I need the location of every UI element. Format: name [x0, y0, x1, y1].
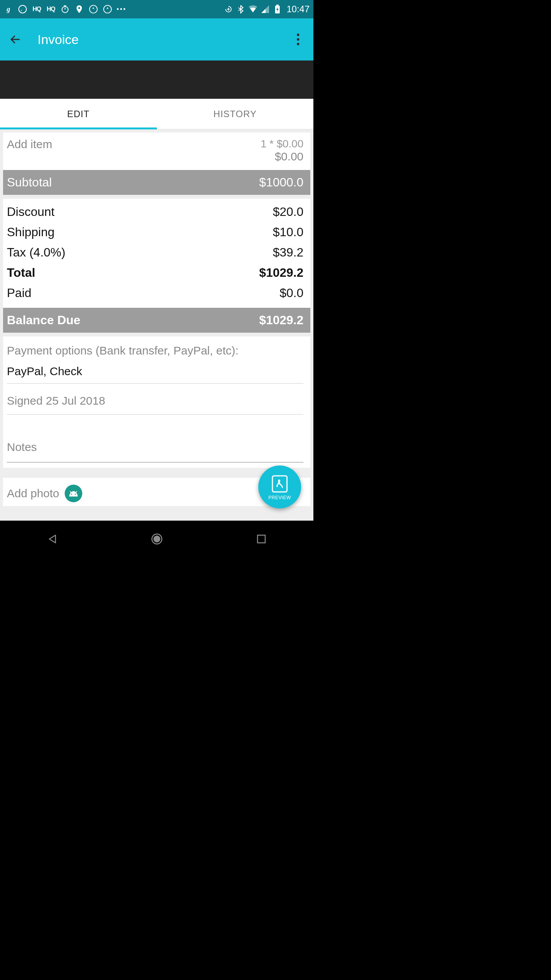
app-bar: Invoice [0, 18, 313, 60]
svg-line-17 [76, 491, 77, 493]
app-g-icon: g [4, 5, 13, 14]
whatsapp-icon [18, 5, 27, 14]
more-notifications-icon: ••• [117, 5, 126, 14]
tab-bar: EDIT HISTORY [0, 99, 313, 129]
add-item-row[interactable]: Add item 1 * $0.00 $0.00 [3, 132, 310, 170]
details-card: Discount $20.0 Shipping $10.0 Tax (4.0%)… [3, 199, 310, 308]
preview-fab[interactable]: PREVIEW [258, 466, 301, 508]
hq-icon-1: HQ [32, 5, 41, 14]
tax-label: Tax (4.0%) [7, 245, 65, 260]
balance-due-value: $1029.2 [259, 313, 303, 327]
shipping-label: Shipping [7, 225, 55, 239]
subtotal-label: Subtotal [7, 175, 52, 189]
flame-circle-icon-2 [103, 5, 112, 14]
payment-signed-card: Payment options (Bank transfer, PayPal, … [3, 336, 310, 418]
status-right-icons: 10:47 [224, 4, 310, 15]
wifi-icon [248, 5, 258, 14]
back-button[interactable] [8, 32, 23, 47]
location-icon [75, 5, 84, 14]
subtotal-value: $1000.0 [259, 175, 303, 189]
svg-rect-10 [276, 5, 279, 6]
svg-point-11 [297, 34, 299, 36]
total-value: $1029.2 [259, 266, 303, 280]
balance-due-label: Balance Due [7, 313, 80, 327]
payment-options-label: Payment options (Bank transfer, PayPal, … [7, 344, 303, 357]
add-item-label: Add item [7, 138, 52, 163]
payment-options-value[interactable]: PayPal, Check [7, 365, 303, 384]
svg-point-6 [104, 5, 111, 13]
balance-due-row: Balance Due $1029.2 [3, 308, 310, 333]
discount-value: $20.0 [273, 205, 303, 219]
status-left-icons: g HQ HQ ••• [4, 5, 126, 14]
content-scroll[interactable]: Add item 1 * $0.00 $0.00 Subtotal $1000.… [0, 129, 313, 521]
discount-row[interactable]: Discount $20.0 [7, 202, 303, 222]
paid-row[interactable]: Paid $0.0 [7, 283, 303, 303]
status-time: 10:47 [287, 4, 310, 15]
stopwatch-icon [60, 5, 70, 14]
nav-back-button[interactable] [41, 528, 64, 550]
pdf-icon [269, 474, 290, 494]
svg-point-20 [153, 536, 160, 542]
svg-point-14 [71, 493, 72, 495]
hq-icon-2: HQ [46, 5, 55, 14]
overflow-menu-button[interactable] [290, 32, 306, 47]
discount-label: Discount [7, 205, 55, 219]
paid-value: $0.0 [280, 286, 303, 300]
add-photo-label: Add photo [7, 487, 59, 500]
notes-card: Notes [3, 418, 310, 468]
svg-point-5 [90, 5, 97, 13]
svg-point-0 [19, 5, 26, 13]
svg-point-4 [78, 7, 80, 9]
svg-line-16 [70, 491, 71, 493]
preview-fab-label: PREVIEW [269, 495, 291, 500]
svg-point-15 [75, 493, 76, 495]
header-strip [0, 60, 313, 99]
nav-recents-button[interactable] [250, 528, 273, 550]
nav-home-button[interactable] [145, 528, 168, 550]
tax-value: $39.2 [273, 245, 303, 260]
tax-row[interactable]: Tax (4.0%) $39.2 [7, 242, 303, 263]
shipping-row[interactable]: Shipping $10.0 [7, 222, 303, 242]
tab-history[interactable]: HISTORY [157, 99, 314, 129]
add-item-amounts: 1 * $0.00 $0.00 [261, 138, 303, 163]
subtotal-row: Subtotal $1000.0 [3, 170, 310, 195]
flame-circle-icon-1 [89, 5, 98, 14]
data-sync-icon [224, 5, 233, 14]
status-bar: g HQ HQ ••• [0, 0, 313, 18]
page-title: Invoice [37, 32, 290, 47]
tab-edit[interactable]: EDIT [0, 99, 157, 129]
shipping-value: $10.0 [273, 225, 303, 239]
total-label: Total [7, 266, 35, 280]
add-item-qty-price: 1 * $0.00 [261, 138, 303, 150]
paid-label: Paid [7, 286, 31, 300]
bluetooth-icon [236, 5, 245, 14]
android-icon [65, 485, 82, 502]
system-nav-bar [0, 521, 313, 557]
cellular-signal-icon [261, 5, 270, 14]
add-item-amount: $0.00 [261, 150, 303, 163]
battery-charging-icon [273, 5, 282, 14]
svg-point-12 [297, 38, 299, 41]
svg-point-13 [297, 43, 299, 45]
notes-field[interactable]: Notes [7, 441, 303, 462]
svg-rect-21 [258, 535, 265, 543]
total-row: Total $1029.2 [7, 263, 303, 283]
signed-row[interactable]: Signed 25 Jul 2018 [7, 394, 303, 415]
